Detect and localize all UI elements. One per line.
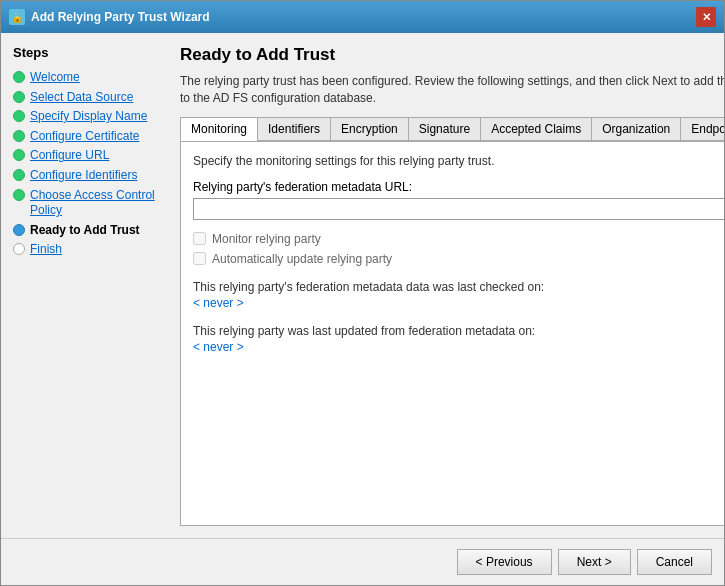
step-label-ready-to-add: Ready to Add Trust [30,223,140,239]
step-dot-configure-identifiers [13,169,25,181]
step-label-finish: Finish [30,242,62,258]
content-area: Steps Welcome Select Data Source Specify… [1,33,724,538]
auto-update-checkbox[interactable] [193,252,206,265]
step-item-choose-access-control[interactable]: Choose Access Control Policy [13,186,168,221]
step-label-select-data-source: Select Data Source [30,90,133,106]
next-button[interactable]: Next > [558,549,631,575]
tab-encryption[interactable]: Encryption [331,118,409,141]
footer: < Previous Next > Cancel [1,538,724,585]
auto-update-row: Automatically update relying party [193,252,724,266]
tab-identifiers[interactable]: Identifiers [258,118,331,141]
step-dot-welcome [13,71,25,83]
step-label-welcome: Welcome [30,70,80,86]
step-label-configure-identifiers: Configure Identifiers [30,168,137,184]
steps-title: Steps [13,45,168,60]
close-button[interactable]: ✕ [696,7,716,27]
last-checked-value[interactable]: < never > [193,296,244,310]
monitor-checkbox[interactable] [193,232,206,245]
last-updated-value[interactable]: < never > [193,340,244,354]
url-label: Relying party's federation metadata URL: [193,180,724,194]
step-label-configure-certificate: Configure Certificate [30,129,139,145]
last-updated-block: This relying party was last updated from… [193,324,724,354]
main-panel: Ready to Add Trust The relying party tru… [180,45,724,526]
tab-container: MonitoringIdentifiersEncryptionSignature… [180,117,724,526]
last-updated-label: This relying party was last updated from… [193,324,724,338]
tab-bar: MonitoringIdentifiersEncryptionSignature… [181,118,724,142]
window-title: Add Relying Party Trust Wizard [31,10,690,24]
monitoring-description: Specify the monitoring settings for this… [193,154,724,168]
monitor-label: Monitor relying party [212,232,321,246]
step-item-select-data-source[interactable]: Select Data Source [13,88,168,108]
tab-signature[interactable]: Signature [409,118,481,141]
page-title: Ready to Add Trust [180,45,724,65]
previous-button[interactable]: < Previous [457,549,552,575]
steps-list: Welcome Select Data Source Specify Displ… [13,68,168,260]
last-checked-label: This relying party's federation metadata… [193,280,724,294]
step-label-specify-display-name: Specify Display Name [30,109,147,125]
step-dot-ready-to-add [13,224,25,236]
title-bar: 🔒 Add Relying Party Trust Wizard ✕ [1,1,724,33]
description-text: The relying party trust has been configu… [180,73,724,107]
step-item-specify-display-name[interactable]: Specify Display Name [13,107,168,127]
step-item-configure-identifiers[interactable]: Configure Identifiers [13,166,168,186]
tab-endpoints[interactable]: Endpoints [681,118,724,141]
wizard-window: 🔒 Add Relying Party Trust Wizard ✕ Steps… [0,0,725,586]
title-bar-icon: 🔒 [9,9,25,25]
tab-content: Specify the monitoring settings for this… [181,142,724,525]
step-item-configure-url[interactable]: Configure URL [13,146,168,166]
auto-update-label: Automatically update relying party [212,252,392,266]
step-item-finish[interactable]: Finish [13,240,168,260]
step-label-choose-access-control: Choose Access Control Policy [30,188,168,219]
tabs-list: MonitoringIdentifiersEncryptionSignature… [181,118,724,141]
steps-panel: Steps Welcome Select Data Source Specify… [13,45,168,526]
tab-monitoring[interactable]: Monitoring [181,118,258,142]
step-item-configure-certificate[interactable]: Configure Certificate [13,127,168,147]
step-item-welcome[interactable]: Welcome [13,68,168,88]
step-label-configure-url: Configure URL [30,148,109,164]
cancel-button[interactable]: Cancel [637,549,712,575]
step-dot-choose-access-control [13,189,25,201]
step-dot-select-data-source [13,91,25,103]
monitor-row: Monitor relying party [193,232,724,246]
federation-url-input[interactable] [193,198,724,220]
step-item-ready-to-add[interactable]: Ready to Add Trust [13,221,168,241]
step-dot-configure-certificate [13,130,25,142]
tab-accepted-claims[interactable]: Accepted Claims [481,118,592,141]
step-dot-finish [13,243,25,255]
step-dot-configure-url [13,149,25,161]
step-dot-specify-display-name [13,110,25,122]
last-checked-block: This relying party's federation metadata… [193,280,724,310]
tab-organization[interactable]: Organization [592,118,681,141]
